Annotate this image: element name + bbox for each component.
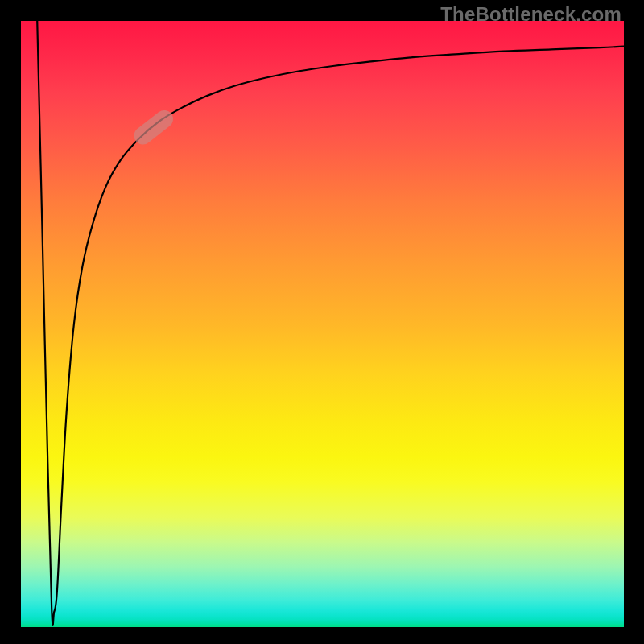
chart-wrapper: TheBottleneck.com — [0, 0, 644, 644]
bottleneck-curve — [37, 21, 624, 625]
curve-highlight-marker — [130, 106, 176, 148]
svg-rect-0 — [130, 106, 176, 148]
watermark-text: TheBottleneck.com — [440, 3, 621, 26]
chart-curve-layer — [21, 21, 624, 627]
